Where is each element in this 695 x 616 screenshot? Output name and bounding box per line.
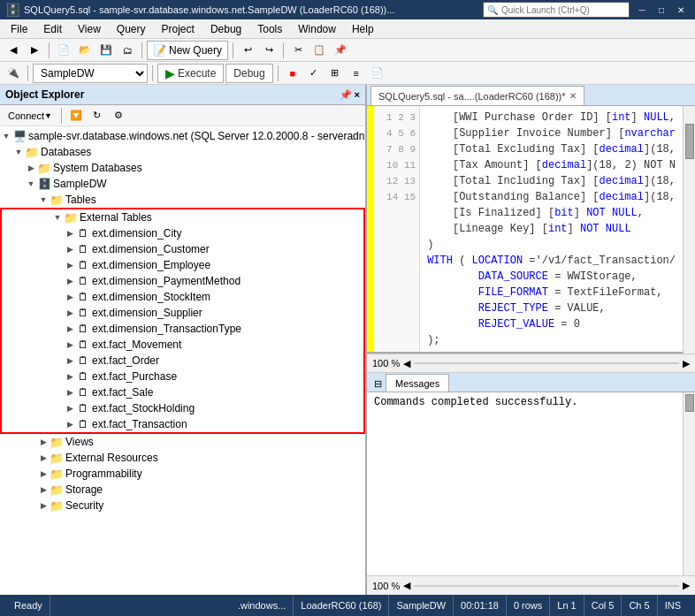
execute-button[interactable]: ▶ Execute xyxy=(157,64,224,83)
oe-header-pin[interactable]: 📌 × xyxy=(340,89,360,101)
tree-ext-stockitem[interactable]: ▶ 🗒 ext.dimension_StockItem xyxy=(2,289,363,305)
expand-ext-transaction[interactable]: ▶ xyxy=(64,418,76,430)
tree-programmability[interactable]: ▶ 📁 Programmability xyxy=(0,466,365,482)
zoom-arrow-left[interactable]: ◀ xyxy=(403,358,410,369)
back-button[interactable]: ◀ xyxy=(4,42,23,59)
menu-edit[interactable]: Edit xyxy=(36,21,69,37)
new-query-button[interactable]: 📝 New Query xyxy=(147,41,228,60)
paste-button[interactable]: 📌 xyxy=(331,42,350,59)
menu-view[interactable]: View xyxy=(71,21,108,37)
tree-system-databases[interactable]: ▶ 📁 System Databases xyxy=(0,160,365,176)
oe-filter-button[interactable]: 🔽 xyxy=(66,107,86,125)
oe-refresh-button[interactable]: ↻ xyxy=(88,107,107,125)
oe-connect-button[interactable]: Connect ▼ xyxy=(4,107,57,125)
messages-tab[interactable]: Messages xyxy=(386,374,449,392)
expand-views[interactable]: ▶ xyxy=(37,436,50,448)
results-text-button[interactable]: ≡ xyxy=(347,65,366,82)
open-file-button[interactable]: 📂 xyxy=(75,42,95,59)
code-scrollbar-thumb[interactable] xyxy=(685,124,694,159)
tab-close-button[interactable]: ✕ xyxy=(569,91,577,101)
tree-ext-customer[interactable]: ▶ 🗒 ext.dimension_Customer xyxy=(2,241,363,257)
tree-security[interactable]: ▶ 📁 Security xyxy=(0,498,365,513)
tree-ext-payment[interactable]: ▶ 🗒 ext.dimension_PaymentMethod xyxy=(2,273,363,289)
minimize-button[interactable]: ─ xyxy=(633,3,651,17)
expand-ext-stockholding[interactable]: ▶ xyxy=(64,402,76,414)
expand-ext-customer[interactable]: ▶ xyxy=(64,243,76,255)
expand-external-resources[interactable]: ▶ xyxy=(37,452,50,464)
expand-ext-employee[interactable]: ▶ xyxy=(64,259,76,271)
tree-sampledw[interactable]: ▼ 🗄️ SampleDW xyxy=(0,176,365,192)
expand-databases[interactable]: ▼ xyxy=(12,146,25,158)
tree-databases[interactable]: ▼ 📁 Databases xyxy=(0,144,365,160)
code-scrollbar-track[interactable] xyxy=(683,106,695,354)
menu-help[interactable]: Help xyxy=(345,21,381,37)
zoom-arrow2-right[interactable]: ▶ xyxy=(683,580,690,591)
menu-project[interactable]: Project xyxy=(155,21,202,37)
messages-scrollbar-track[interactable] xyxy=(683,392,695,575)
tree-ext-stockholding[interactable]: ▶ 🗒 ext.fact_StockHolding xyxy=(2,400,363,416)
expand-ext-movement[interactable]: ▶ xyxy=(64,338,76,351)
redo-button[interactable]: ↪ xyxy=(259,42,279,59)
tree-ext-purchase[interactable]: ▶ 🗒 ext.fact_Purchase xyxy=(2,369,363,384)
tree-external-tables[interactable]: ▼ 📁 External Tables xyxy=(2,209,363,225)
tree-storage[interactable]: ▶ 📁 Storage xyxy=(0,482,365,498)
quick-launch-input[interactable] xyxy=(501,5,625,15)
expand-tables[interactable]: ▼ xyxy=(37,194,50,206)
oe-settings-button[interactable]: ⚙ xyxy=(109,107,128,125)
expand-ext-order[interactable]: ▶ xyxy=(64,354,76,367)
forward-button[interactable]: ▶ xyxy=(25,42,44,59)
tree-ext-movement[interactable]: ▶ 🗒 ext.fact_Movement xyxy=(2,337,363,353)
connect-db-button[interactable]: 🔌 xyxy=(4,65,23,82)
expand-sampledw[interactable]: ▼ xyxy=(25,178,37,190)
debug-button[interactable]: Debug xyxy=(225,64,272,83)
code-editor[interactable]: 1 2 3 4 5 6 7 8 9 10 11 12 13 14 15 [WWI… xyxy=(367,106,683,354)
expand-external-tables[interactable]: ▼ xyxy=(51,211,64,224)
copy-button[interactable]: 📋 xyxy=(309,42,329,59)
expand-security[interactable]: ▶ xyxy=(37,499,50,512)
close-button[interactable]: ✕ xyxy=(672,3,690,17)
expand-storage[interactable]: ▶ xyxy=(37,483,50,496)
tree-external-resources[interactable]: ▶ 📁 External Resources xyxy=(0,450,365,466)
menu-file[interactable]: File xyxy=(4,21,34,37)
tree-ext-transtype[interactable]: ▶ 🗒 ext.dimension_TransactionType xyxy=(2,321,363,337)
expand-ext-stockitem[interactable]: ▶ xyxy=(64,291,76,303)
zoom-arrow-right[interactable]: ▶ xyxy=(683,358,690,369)
query-tab-main[interactable]: SQLQuery5.sql - sa....(LoaderRC60 (168))… xyxy=(370,86,584,105)
tree-tables[interactable]: ▼ 📁 Tables xyxy=(0,192,365,208)
tree-ext-sale[interactable]: ▶ 🗒 ext.fact_Sale xyxy=(2,384,363,400)
expand-ext-supplier[interactable]: ▶ xyxy=(64,307,76,319)
tree-views[interactable]: ▶ 📁 Views xyxy=(0,434,365,450)
expand-ext-transtype[interactable]: ▶ xyxy=(64,323,76,335)
tree-ext-city[interactable]: ▶ 🗒 ext.dimension_City xyxy=(2,225,363,241)
tree-ext-transaction[interactable]: ▶ 🗒 ext.fact_Transaction xyxy=(2,416,363,432)
undo-button[interactable]: ↩ xyxy=(238,42,257,59)
tree-server1[interactable]: ▼ 🖥️ sample-svr.database.windows.net (SQ… xyxy=(0,128,365,144)
menu-window[interactable]: Window xyxy=(291,21,343,37)
expand-programmability[interactable]: ▶ xyxy=(37,468,50,480)
code-content[interactable]: [WWI Purchase Order ID] [int] NULL, [Sup… xyxy=(420,106,683,352)
results-grid-button[interactable]: ⊞ xyxy=(325,65,345,82)
cut-button[interactable]: ✂ xyxy=(288,42,308,59)
expand-ext-sale[interactable]: ▶ xyxy=(64,386,76,399)
tree-ext-supplier[interactable]: ▶ 🗒 ext.dimension_Supplier xyxy=(2,305,363,321)
zoom-arrow2-left[interactable]: ◀ xyxy=(403,580,410,591)
new-file-button[interactable]: 📄 xyxy=(54,42,73,59)
parse-button[interactable]: ✓ xyxy=(304,65,324,82)
expand-system-databases[interactable]: ▶ xyxy=(25,162,37,174)
save-all-button[interactable]: 🗂 xyxy=(118,42,137,59)
messages-scrollbar-thumb[interactable] xyxy=(685,394,694,412)
tree-ext-order[interactable]: ▶ 🗒 ext.fact_Order xyxy=(2,353,363,369)
expand-ext-city[interactable]: ▶ xyxy=(64,227,76,240)
menu-debug[interactable]: Debug xyxy=(203,21,248,37)
expand-server1[interactable]: ▼ xyxy=(0,130,12,142)
expand-ext-purchase[interactable]: ▶ xyxy=(64,370,76,383)
stop-button[interactable]: ■ xyxy=(283,65,302,82)
results-file-button[interactable]: 📄 xyxy=(368,65,387,82)
connect-dropdown-icon[interactable]: ▼ xyxy=(44,111,52,120)
maximize-button[interactable]: □ xyxy=(653,3,670,17)
save-button[interactable]: 💾 xyxy=(96,42,116,59)
menu-query[interactable]: Query xyxy=(110,21,153,37)
expand-ext-payment[interactable]: ▶ xyxy=(64,275,76,287)
menu-tools[interactable]: Tools xyxy=(250,21,289,37)
database-selector[interactable]: SampleDW xyxy=(33,64,148,83)
